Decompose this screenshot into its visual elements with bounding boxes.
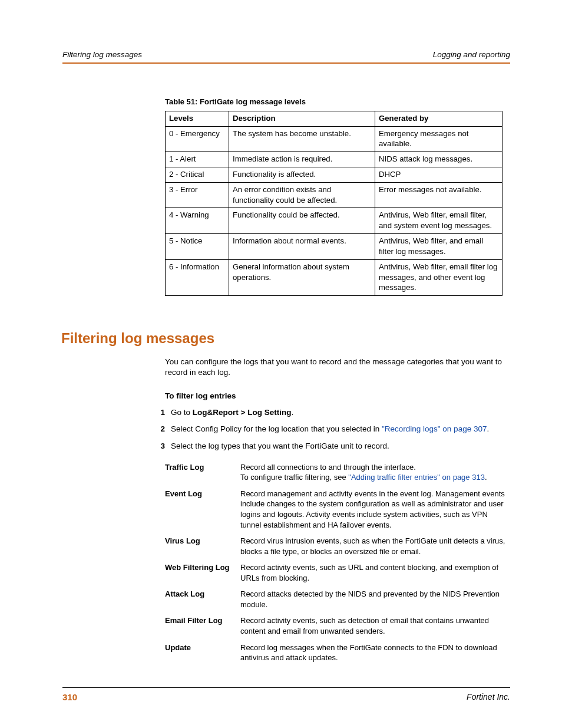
procedure-heading: To filter log entries (165, 391, 510, 401)
table-row: 4 - WarningFunctionality could be affect… (166, 208, 503, 234)
section-heading: Filtering log messages (61, 329, 510, 348)
logtype-name: Virus Log (165, 536, 240, 556)
step-number: 1 (150, 407, 171, 418)
table-row: 5 - NoticeInformation about normal event… (166, 234, 503, 260)
intro-paragraph: You can configure the logs that you want… (165, 357, 510, 378)
step-text: Select Config Policy for the log locatio… (171, 424, 510, 434)
logtype-desc: Record management and activity events in… (240, 489, 510, 530)
logtype-name: Attack Log (165, 589, 240, 610)
table-row: 6 - InformationGeneral information about… (166, 259, 503, 295)
logtype-row: Event Log Record management and activity… (165, 489, 510, 530)
logtype-desc: Record virus intrusion events, such as w… (240, 536, 510, 556)
table-row: 1 - AlertImmediate action is required.NI… (166, 152, 503, 167)
table-row: 2 - CriticalFunctionality is affected.DH… (166, 167, 503, 183)
logtype-name: Email Filter Log (165, 615, 240, 636)
header-right: Logging and reporting (433, 50, 510, 60)
cross-ref-link[interactable]: "Recording logs" on page 307 (382, 424, 487, 433)
menu-path: Log&Report > Log Setting (193, 408, 292, 417)
logtype-desc: Record attacks detected by the NIDS and … (240, 589, 510, 610)
logtype-row: Web Filtering Log Record activity events… (165, 562, 510, 583)
logtype-row: Email Filter Log Record activity events,… (165, 615, 510, 636)
logtype-desc: Record all connections to and through th… (240, 462, 510, 483)
log-levels-table: Levels Description Generated by 0 - Emer… (165, 111, 503, 296)
table-body: 0 - EmergencyThe system has become unsta… (166, 126, 503, 296)
table-header-row: Levels Description Generated by (166, 111, 503, 126)
step-2: 2 Select Config Policy for the log locat… (150, 424, 510, 434)
step-1: 1 Go to Log&Report > Log Setting. (150, 407, 510, 418)
logtype-row: Virus Log Record virus intrusion events,… (165, 536, 510, 556)
logtype-name: Event Log (165, 489, 240, 530)
step-text: Select the log types that you want the F… (171, 441, 510, 452)
logtype-desc: Record activity events, such as detectio… (240, 615, 510, 636)
col-generated-by: Generated by (375, 111, 503, 126)
logtype-row: Attack Log Record attacks detected by th… (165, 589, 510, 610)
col-description: Description (229, 111, 375, 126)
page-number: 310 (62, 691, 77, 703)
logtype-name: Update (165, 643, 240, 663)
logtype-name: Web Filtering Log (165, 562, 240, 583)
page-footer: 310 Fortinet Inc. (62, 687, 510, 703)
logtype-desc: Record activity events, such as URL and … (240, 562, 510, 583)
logtype-row: Traffic Log Record all connections to an… (165, 462, 510, 483)
step-3: 3 Select the log types that you want the… (150, 441, 510, 452)
cross-ref-link[interactable]: "Adding traffic filter entries" on page … (348, 473, 485, 482)
logtype-name: Traffic Log (165, 462, 240, 483)
table-row: 0 - EmergencyThe system has become unsta… (166, 126, 503, 152)
step-number: 3 (150, 441, 171, 452)
table-row: 3 - ErrorAn error condition exists and f… (166, 182, 503, 208)
logtype-row: Update Record log messages when the Fort… (165, 643, 510, 663)
step-text: Go to Log&Report > Log Setting. (171, 407, 510, 418)
company-name: Fortinet Inc. (467, 691, 510, 703)
running-header: Filtering log messages Logging and repor… (62, 50, 510, 64)
table-section: Table 51: FortiGate log message levels L… (165, 97, 510, 296)
header-left: Filtering log messages (62, 50, 142, 60)
table-caption: Table 51: FortiGate log message levels (165, 97, 510, 107)
page: Filtering log messages Logging and repor… (0, 0, 562, 728)
col-levels: Levels (166, 111, 229, 126)
step-number: 2 (150, 424, 171, 434)
logtype-desc: Record log messages when the FortiGate c… (240, 643, 510, 663)
